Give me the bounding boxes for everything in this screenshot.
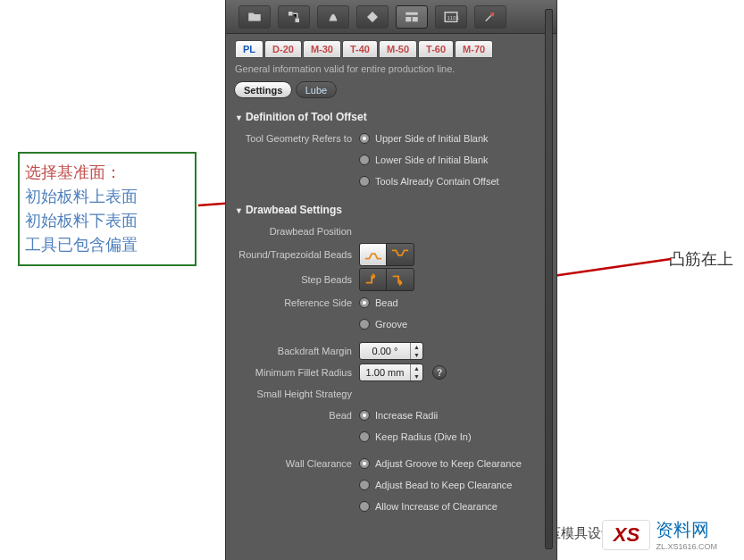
panel-resize-handle[interactable] (545, 9, 553, 549)
stage-tab-m70[interactable]: M-70 (455, 40, 493, 58)
stage-tab-m50[interactable]: M-50 (379, 40, 417, 58)
backdraft-value: 0.00 ° (360, 346, 410, 356)
radio-groove-label: Groove (375, 319, 407, 330)
svg-rect-2 (288, 12, 293, 16)
diamond-icon[interactable] (356, 5, 389, 29)
wall-label: Wall Clearance (235, 458, 359, 469)
radio-keep-radius[interactable] (359, 431, 370, 442)
xs-badge: XS (602, 520, 650, 550)
svg-text:1101: 1101 (447, 15, 460, 21)
step-beads-seg (359, 268, 414, 291)
radio-adjust-bead[interactable] (359, 480, 370, 490)
layout-icon[interactable] (396, 5, 428, 29)
annotation-line-2: 初始板料下表面 (25, 209, 189, 233)
shape-icon[interactable] (317, 5, 349, 29)
logo-area: XS 资料网 ZL.XS1616.COM (602, 518, 717, 551)
logo-url: ZL.XS1616.COM (656, 542, 717, 551)
smallheight-label: Small Height Strategy (235, 389, 359, 399)
section-header-tool-offset[interactable]: Definition of Tool Offset (235, 107, 548, 129)
radio-adjust-groove[interactable] (359, 458, 370, 469)
refside-label: Reference Side (235, 297, 359, 308)
radio-adjust-groove-label: Adjust Groove to Keep Clearance (375, 458, 522, 469)
backdraft-up[interactable]: ▲ (411, 343, 422, 351)
backdraft-spinner[interactable]: 0.00 ° ▲▼ (359, 342, 423, 360)
svg-rect-5 (405, 17, 411, 21)
backdraft-label: Backdraft Margin (235, 346, 359, 356)
stage-tab-pl[interactable]: PL (235, 40, 263, 58)
minfillet-spinner[interactable]: 1.00 mm ▲▼ (359, 364, 423, 381)
annotation-line-1: 初始板料上表面 (25, 185, 189, 209)
radio-increase-radii[interactable] (359, 410, 370, 421)
top-toolbar: 1101 (226, 0, 556, 34)
subtab-row: Settings Lube (226, 81, 556, 102)
annotation-line-3: 工具已包含偏置 (25, 233, 189, 257)
folder-icon[interactable] (238, 5, 271, 29)
radio-bead-label: Bead (375, 297, 398, 308)
radio-allow-increase-label: Allow Increase of Clearance (375, 501, 497, 512)
round-trap-seg (359, 243, 414, 266)
section-drawbead: Drawbead Settings Drawbead Position Roun… (226, 195, 556, 520)
backdraft-down[interactable]: ▼ (411, 351, 422, 359)
radio-allow-increase[interactable] (359, 501, 370, 512)
settings-panel: 1101 PL D-20 M-30 T-40 M-50 T-60 M-70 Ge… (225, 0, 557, 560)
stage-tab-m30[interactable]: M-30 (303, 40, 341, 58)
stage-tab-t40[interactable]: T-40 (342, 40, 378, 58)
subtab-settings[interactable]: Settings (234, 81, 292, 98)
annotation-left: 选择基准面： 初始板料上表面 初始板料下表面 工具已包含偏置 (18, 152, 196, 266)
console-icon[interactable]: 1101 (435, 5, 467, 29)
section-header-drawbead[interactable]: Drawbead Settings (235, 200, 548, 221)
radio-groove[interactable] (359, 319, 370, 330)
round-trap-down-button[interactable] (387, 244, 414, 265)
bead-sublabel: Bead (235, 410, 359, 421)
minfillet-down[interactable]: ▼ (411, 372, 422, 380)
pin-icon[interactable] (474, 5, 506, 29)
svg-rect-3 (296, 18, 300, 22)
radio-bead[interactable] (359, 297, 370, 308)
stage-tab-t60[interactable]: T-60 (418, 40, 454, 58)
svg-rect-4 (405, 12, 418, 14)
step-beads-label: Step Beads (235, 274, 359, 285)
minfillet-label: Minimum Fillet Radius (235, 367, 359, 378)
radio-increase-radii-label: Increase Radii (375, 410, 438, 421)
radio-adjust-bead-label: Adjust Bead to Keep Clearance (375, 480, 513, 490)
minfillet-help[interactable]: ? (432, 365, 447, 380)
radio-upper-side[interactable] (359, 133, 370, 144)
info-line: General information valid for entire pro… (226, 62, 556, 81)
radio-already-offset-label: Tools Already Contain Offset (375, 176, 499, 187)
stage-tabs: PL D-20 M-30 T-40 M-50 T-60 M-70 (226, 34, 556, 62)
radio-lower-side-label: Lower Side of Initial Blank (375, 155, 489, 165)
section-tool-offset: Definition of Tool Offset Tool Geometry … (226, 102, 556, 195)
drawbead-position-label: Drawbead Position (235, 226, 359, 237)
step-bead-left-button[interactable] (360, 269, 387, 290)
step-bead-right-button[interactable] (387, 269, 414, 290)
round-trap-label: Round/Trapezoidal Beads (235, 249, 359, 260)
annotation-right: 凸筋在上 (669, 248, 733, 270)
round-trap-up-button[interactable] (360, 244, 387, 265)
radio-lower-side[interactable] (359, 155, 370, 165)
stage-tab-d20[interactable]: D-20 (264, 40, 302, 58)
process-icon[interactable] (278, 5, 310, 29)
radio-upper-side-label: Upper Side of Initial Blank (375, 133, 489, 144)
subtab-lube[interactable]: Lube (296, 81, 337, 98)
tool-geom-refers-label: Tool Geometry Refers to (235, 133, 359, 144)
radio-keep-radius-label: Keep Radius (Dive In) (375, 431, 472, 442)
annotation-title: 选择基准面： (25, 161, 189, 185)
svg-rect-6 (413, 17, 418, 21)
radio-already-offset[interactable] (359, 176, 370, 187)
minfillet-value: 1.00 mm (360, 367, 410, 378)
minfillet-up[interactable]: ▲ (411, 364, 422, 372)
logo-zl: 资料网 (656, 518, 717, 542)
